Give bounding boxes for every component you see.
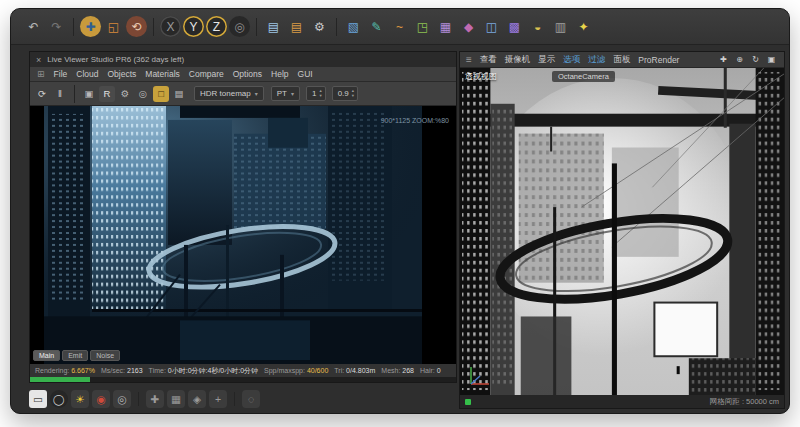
camera-icon[interactable]: ▥ <box>550 16 571 37</box>
spline-icon[interactable]: ~ <box>389 16 410 37</box>
close-icon[interactable]: × <box>36 55 41 65</box>
menu-gui[interactable]: GUI <box>298 69 313 79</box>
array-generator-icon[interactable]: ▦ <box>435 16 456 37</box>
volume-icon[interactable]: ▩ <box>504 16 525 37</box>
subdivision-surface-icon[interactable]: ◳ <box>412 16 433 37</box>
main-toolbar: ↶↷✚◱⟲XYZ◎▤▤⚙▧✎~◳▦◆◫▩◒▥✦ <box>11 9 789 45</box>
menu-options[interactable]: Options <box>233 69 262 79</box>
rotate-view-icon[interactable]: ↻ <box>749 53 762 66</box>
camera-name-badge[interactable]: OctaneCamera <box>552 71 615 82</box>
coordinate-system-icon[interactable]: ◎ <box>229 16 250 37</box>
tab-noise[interactable]: Noise <box>90 350 120 361</box>
live-viewer-title: Live Viewer Studio PR6 (362 days left) <box>47 55 184 64</box>
aperture-icon[interactable]: ◎ <box>113 390 131 408</box>
axis-x-lock-icon[interactable]: X <box>160 16 181 37</box>
field-icon[interactable]: ◫ <box>481 16 502 37</box>
stepper-icon[interactable]: ▴▾ <box>352 89 354 98</box>
axis-z-lock-icon[interactable]: Z <box>206 16 227 37</box>
toolbar-separator <box>153 18 154 36</box>
save-render-icon[interactable]: ▤ <box>171 86 187 102</box>
move-tool-icon[interactable]: ✚ <box>80 16 101 37</box>
tab-main[interactable]: Main <box>33 350 60 361</box>
menu-materials[interactable]: Materials <box>145 69 179 79</box>
menu-grid-icon[interactable]: ⊞ <box>37 69 45 79</box>
viewport-scene-image <box>460 68 784 395</box>
pause-render-icon[interactable]: ‖ <box>52 86 68 102</box>
viewport-nav-icons: ✚⊕↻▣ <box>717 53 778 66</box>
stepper-icon[interactable]: ▴▾ <box>319 89 321 98</box>
pick-focus-icon[interactable]: ◎ <box>135 86 151 102</box>
scale-tool-icon[interactable]: ◱ <box>103 16 124 37</box>
desktop: ↶↷✚◱⟲XYZ◎▤▤⚙▧✎~◳▦◆◫▩◒▥✦ × Live Viewer St… <box>0 0 800 427</box>
tonemap-value: HDR tonemap <box>200 89 251 98</box>
status-time: Time: 0小时:0分钟:4秒/0小时:0分钟 <box>149 366 258 376</box>
render-progress-bar <box>30 377 90 382</box>
undo-icon[interactable]: ↶ <box>23 16 44 37</box>
menu-help[interactable]: Help <box>271 69 288 79</box>
render-pass-tabs: Main Emit Noise <box>33 350 120 361</box>
bottom-toolbar: ▭◯☀◉◎✚▦◈+◌ <box>29 387 260 411</box>
move-mini-icon[interactable]: ✚ <box>146 390 164 408</box>
status-ms-sec: Ms/sec: 2163 <box>101 367 143 374</box>
chevron-down-icon: ▾ <box>291 90 294 97</box>
render-picture-viewer-icon[interactable]: ▤ <box>286 16 307 37</box>
render-settings-icon[interactable]: ⚙ <box>309 16 330 37</box>
lock-resolution-icon[interactable]: □ <box>153 86 169 102</box>
menu-view[interactable]: 查看 <box>480 54 497 66</box>
tonemap-select[interactable]: HDR tonemap ▾ <box>194 86 264 101</box>
sun-light-icon[interactable]: ☀ <box>71 390 89 408</box>
samples-field[interactable]: 1 ▴▾ <box>306 86 326 101</box>
menu-filter[interactable]: 过滤 <box>588 54 605 66</box>
dark-sphere-icon[interactable]: ◯ <box>50 390 68 408</box>
perspective-viewport[interactable]: 透视视图 OctaneCamera <box>460 68 784 395</box>
render-resolution-info: 900*1125 ZOOM:%80 <box>381 117 449 124</box>
render-view-icon[interactable]: ▤ <box>263 16 284 37</box>
menu-compare[interactable]: Compare <box>189 69 224 79</box>
toolbar-separator <box>74 85 75 103</box>
region-render-icon[interactable]: ▣ <box>81 86 97 102</box>
pen-tool-icon[interactable]: ✎ <box>366 16 387 37</box>
axis-mini-icon[interactable]: + <box>209 390 227 408</box>
redo-icon[interactable]: ↷ <box>46 16 67 37</box>
menu-file[interactable]: File <box>54 69 68 79</box>
light-icon[interactable]: ✦ <box>573 16 594 37</box>
restart-render-icon[interactable]: ⟳ <box>34 86 50 102</box>
octane-camera-icon[interactable]: ◉ <box>92 390 110 408</box>
viewport-menu-icon[interactable]: ≡ <box>466 54 472 65</box>
octane-render-preview[interactable]: 900*1125 ZOOM:%80 Main Emit Noise <box>30 106 456 364</box>
snap-mini-icon[interactable]: ◈ <box>188 390 206 408</box>
menu-camera[interactable]: 摄像机 <box>505 54 531 66</box>
zoom-view-icon[interactable]: ⊕ <box>733 53 746 66</box>
viewport-panel: ≡ 查看 摄像机 显示 选项 过滤 面板 ProRender ✚⊕↻▣ <box>459 51 785 409</box>
simulation-icon[interactable]: ◒ <box>527 16 548 37</box>
menu-panel[interactable]: 面板 <box>613 54 630 66</box>
menu-cloud[interactable]: Cloud <box>76 69 98 79</box>
menu-display[interactable]: 显示 <box>538 54 555 66</box>
layout-icon[interactable]: ▭ <box>29 390 47 408</box>
render-status-bar: Rendering: 6.667% Ms/sec: 2163 Time: 0小时… <box>30 364 456 377</box>
menu-options[interactable]: 选项 <box>563 54 580 66</box>
menu-objects[interactable]: Objects <box>107 69 136 79</box>
toolbar-separator <box>138 392 139 406</box>
status-mesh: Mesh: 268 <box>381 367 414 374</box>
viewport-statusbar: 网格间距 : 50000 cm <box>460 395 784 408</box>
lv-settings-icon[interactable]: ⚙ <box>117 86 133 102</box>
deformer-icon[interactable]: ◆ <box>458 16 479 37</box>
live-viewer-toolbar: ⟳‖▣R⚙◎□▤ HDR tonemap ▾ PT ▾ 1 ▴▾ 0.9 ▴▾ <box>30 82 456 106</box>
pan-view-icon[interactable]: ✚ <box>717 53 730 66</box>
toggle-view-icon[interactable]: ▣ <box>765 53 778 66</box>
render-priority-icon[interactable]: R <box>99 86 115 102</box>
magnet-mini-icon[interactable]: ◌ <box>242 390 260 408</box>
status-tri: Tri: 0/4.803m <box>334 367 375 374</box>
cinema4d-window: ↶↷✚◱⟲XYZ◎▤▤⚙▧✎~◳▦◆◫▩◒▥✦ × Live Viewer St… <box>10 8 790 414</box>
viewport-view-label[interactable]: 透视视图 <box>465 71 497 82</box>
grid-mini-icon[interactable]: ▦ <box>167 390 185 408</box>
axis-y-lock-icon[interactable]: Y <box>183 16 204 37</box>
kernel-select[interactable]: PT ▾ <box>271 86 300 101</box>
rotate-tool-icon[interactable]: ⟲ <box>126 16 147 37</box>
gamma-field[interactable]: 0.9 ▴▾ <box>332 86 358 101</box>
tab-emit[interactable]: Emit <box>62 350 88 361</box>
primitive-cube-icon[interactable]: ▧ <box>343 16 364 37</box>
toolbar-separator <box>73 18 74 36</box>
menu-prorender[interactable]: ProRender <box>638 55 679 65</box>
